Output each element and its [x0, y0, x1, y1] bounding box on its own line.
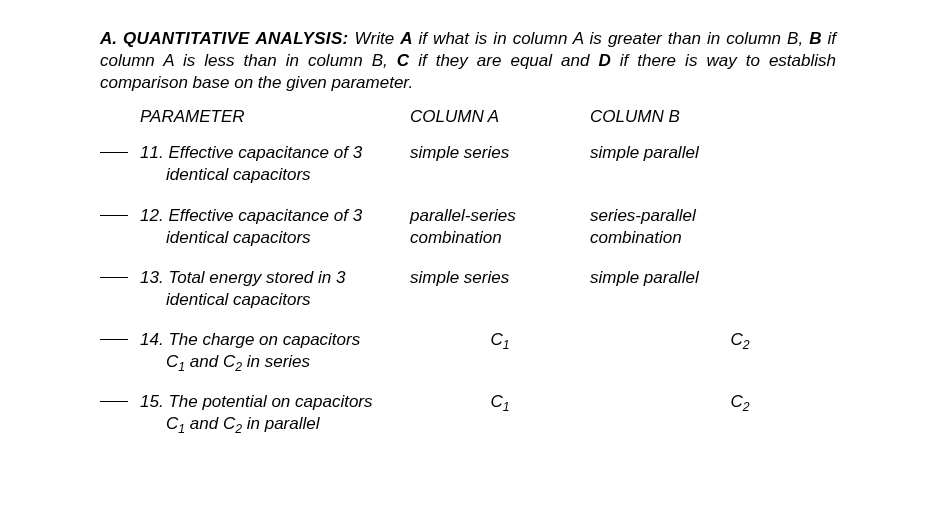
- column-a-cell: C1: [410, 391, 650, 413]
- parameter-cell: 12. Effective capacitance of 3 identical…: [140, 205, 410, 249]
- column-b-cell: C2: [650, 391, 890, 413]
- underline-icon: [100, 277, 128, 278]
- comparison-table: PARAMETER COLUMN A COLUMN B 11. Effectiv…: [100, 106, 836, 435]
- answer-blank[interactable]: [100, 267, 140, 289]
- parameter-text-line2: C1 and C2 in parallel: [140, 414, 320, 433]
- answer-blank[interactable]: [100, 142, 140, 164]
- parameter-cell: 14. The charge on capacitors C1 and C2 i…: [140, 329, 410, 373]
- underline-icon: [100, 215, 128, 216]
- column-a-cell: parallel-series combination: [410, 205, 590, 249]
- question-number: 11.: [140, 143, 164, 162]
- question-number: 13.: [140, 268, 164, 287]
- answer-blank[interactable]: [100, 329, 140, 351]
- underline-icon: [100, 339, 128, 340]
- instructions-text: Write: [355, 29, 401, 48]
- parameter-cell: 11. Effective capacitance of 3 identical…: [140, 142, 410, 186]
- question-number: 12.: [140, 206, 164, 225]
- instructions-text: if what is in column A is greater than i…: [413, 29, 810, 48]
- question-number: 14.: [140, 330, 164, 349]
- header-column-b: COLUMN B: [590, 106, 770, 128]
- parameter-text-line2: C1 and C2 in series: [140, 352, 310, 371]
- section-letter: A.: [100, 29, 117, 48]
- answer-key-c: C: [397, 51, 409, 70]
- table-header-row: PARAMETER COLUMN A COLUMN B: [100, 106, 836, 128]
- answer-blank[interactable]: [100, 391, 140, 413]
- column-b-cell: series-parallel combination: [590, 205, 770, 249]
- column-a-cell: simple series: [410, 142, 590, 164]
- question-number: 15.: [140, 392, 164, 411]
- section-title: QUANTITATIVE ANALYSIS:: [123, 29, 348, 48]
- column-b-cell: C2: [650, 329, 890, 351]
- table-row: 15. The potential on capacitors C1 and C…: [100, 391, 836, 435]
- column-b-cell: simple parallel: [590, 267, 770, 289]
- parameter-text-line1: Effective capacitance of 3: [168, 143, 362, 162]
- parameter-text-line2: identical capacitors: [140, 228, 311, 247]
- underline-icon: [100, 152, 128, 153]
- parameter-text-line1: Total energy stored in 3: [168, 268, 345, 287]
- parameter-cell: 13. Total energy stored in 3 identical c…: [140, 267, 410, 311]
- column-b-cell: simple parallel: [590, 142, 770, 164]
- answer-key-a: A: [400, 29, 412, 48]
- parameter-text-line1: The potential on capacitors: [168, 392, 372, 411]
- underline-icon: [100, 401, 128, 402]
- table-row: 13. Total energy stored in 3 identical c…: [100, 267, 836, 311]
- header-column-a: COLUMN A: [410, 106, 590, 128]
- table-row: 14. The charge on capacitors C1 and C2 i…: [100, 329, 836, 373]
- parameter-text-line2: identical capacitors: [140, 290, 311, 309]
- parameter-text-line1: Effective capacitance of 3: [168, 206, 362, 225]
- column-a-cell: simple series: [410, 267, 590, 289]
- section-heading: A. QUANTITATIVE ANALYSIS: Write A if wha…: [100, 28, 836, 94]
- header-parameter: PARAMETER: [140, 106, 410, 128]
- parameter-cell: 15. The potential on capacitors C1 and C…: [140, 391, 410, 435]
- parameter-text-line2: identical capacitors: [140, 165, 311, 184]
- table-row: 12. Effective capacitance of 3 identical…: [100, 205, 836, 249]
- column-a-cell: C1: [410, 329, 650, 351]
- answer-key-d: D: [598, 51, 610, 70]
- table-row: 11. Effective capacitance of 3 identical…: [100, 142, 836, 186]
- page-content: A. QUANTITATIVE ANALYSIS: Write A if wha…: [0, 0, 936, 435]
- parameter-text-line1: The charge on capacitors: [168, 330, 360, 349]
- answer-key-b: B: [809, 29, 821, 48]
- instructions-text: if they are equal and: [409, 51, 598, 70]
- answer-blank[interactable]: [100, 205, 140, 227]
